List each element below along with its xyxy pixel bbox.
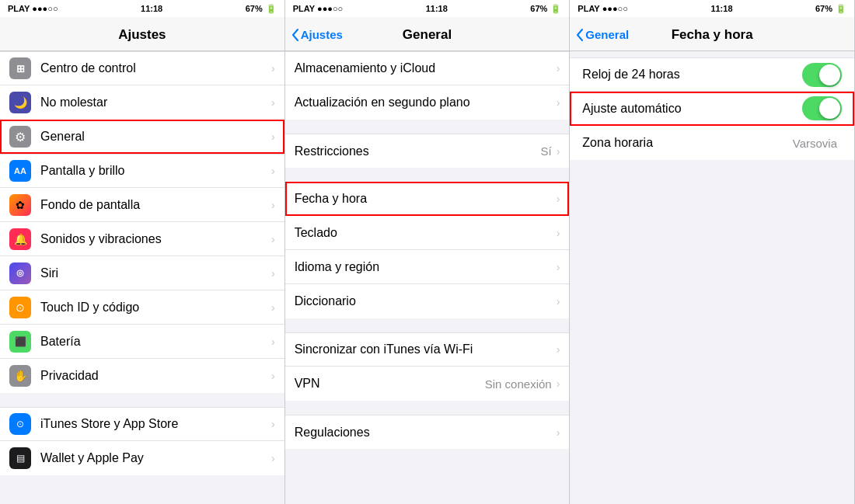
list-item-actualizacion[interactable]: Actualización en segundo plano › <box>285 85 570 120</box>
chevron-teclado: › <box>557 227 560 239</box>
chevron-idioma: › <box>557 261 560 273</box>
label-diccionario: Diccionario <box>295 294 557 308</box>
nav-title-general: General <box>403 27 452 43</box>
battery-pct-3: 67% <box>815 4 832 13</box>
row-reloj24[interactable]: Reloj de 24 horas <box>570 57 854 92</box>
row-ajuste-automatico[interactable]: Ajuste automático <box>570 92 854 126</box>
carrier-1: PLAY <box>8 4 30 13</box>
battery-icon-3: 🔋 <box>836 4 846 14</box>
list-item-no-molestar[interactable]: 🌙 No molestar › <box>0 85 284 120</box>
section-general-5: Regulaciones › <box>285 415 570 449</box>
section-group-top: ⊞ Centro de control › 🌙 No molestar › <box>0 51 284 120</box>
label-idioma: Idioma y región <box>295 260 557 274</box>
label-teclado: Teclado <box>295 226 557 240</box>
nav-title-1: Ajustes <box>118 27 166 43</box>
list-item-diccionario[interactable]: Diccionario › <box>285 284 570 318</box>
nav-bar-3: General Fecha y hora <box>570 17 854 51</box>
chevron-actualizacion: › <box>557 96 560 109</box>
list-item-general[interactable]: ⚙ General › <box>0 120 284 154</box>
battery-pct-1: 67% <box>246 4 263 13</box>
nav-back-general[interactable]: Ajustes <box>291 28 343 41</box>
list-item-sincronizar[interactable]: Sincronizar con iTunes vía Wi-Fi › <box>285 332 570 367</box>
list-item-fecha-hora[interactable]: Fecha y hora › <box>285 182 570 216</box>
section-group-display: AA Pantalla y brillo › ✿ Fondo de pantal… <box>0 154 284 393</box>
section-general-2: Restricciones Sí › <box>285 134 570 168</box>
row-zona-horaria[interactable]: Zona horaria Varsovia <box>570 126 854 160</box>
list-item-restricciones[interactable]: Restricciones Sí › <box>285 134 570 168</box>
list-item-pantalla[interactable]: AA Pantalla y brillo › <box>0 154 284 188</box>
chevron-sincronizar: › <box>557 343 560 356</box>
chevron-wallet: › <box>271 452 275 464</box>
toggle-knob-ajuste <box>819 98 840 119</box>
list-item-teclado[interactable]: Teclado › <box>285 216 570 250</box>
battery-icon-1: 🔋 <box>266 4 277 14</box>
chevron-diccionario: › <box>557 295 560 308</box>
list-item-idioma[interactable]: Idioma y región › <box>285 250 570 284</box>
list-item-sonidos[interactable]: 🔔 Sonidos y vibraciones › <box>0 222 284 256</box>
section-group-general: ⚙ General › <box>0 120 284 154</box>
time-3: 11:18 <box>710 4 732 13</box>
icon-wallet: ▤ <box>9 447 31 469</box>
chevron-centro: › <box>271 62 275 75</box>
status-right-1: 67% 🔋 <box>246 4 277 14</box>
chevron-pantalla: › <box>271 165 275 177</box>
back-chevron-icon <box>291 29 299 41</box>
label-ajuste-automatico: Ajuste automático <box>582 102 802 116</box>
label-wallet: Wallet y Apple Pay <box>40 451 271 465</box>
section-group-stores: ⊙ iTunes Store y App Store › ▤ Wallet y … <box>0 407 284 475</box>
signal-wifi-2: ●●●○○ <box>317 4 343 13</box>
chevron-siri: › <box>271 267 275 280</box>
list-item-regulaciones[interactable]: Regulaciones › <box>285 415 570 449</box>
chevron-vpn: › <box>557 377 560 390</box>
nav-back-fecha[interactable]: General <box>576 28 629 41</box>
icon-centro: ⊞ <box>9 57 31 79</box>
label-actualizacion: Actualización en segundo plano <box>295 96 557 109</box>
list-item-privacidad[interactable]: ✋ Privacidad › <box>0 359 284 393</box>
nav-back-label-fecha: General <box>585 28 629 41</box>
signal-wifi-1: ●●●○○ <box>32 4 58 13</box>
list-item-centro[interactable]: ⊞ Centro de control › <box>0 51 284 85</box>
section-sep-2d <box>285 401 570 415</box>
chevron-regulaciones: › <box>557 426 560 439</box>
settings-list-2: Almacenamiento y iCloud › Actualización … <box>285 51 570 504</box>
toggle-reloj24[interactable] <box>802 63 842 87</box>
toggle-ajuste-automatico[interactable] <box>802 96 842 120</box>
status-right-3: 67% 🔋 <box>815 4 846 14</box>
status-right-2: 67% 🔋 <box>530 4 561 14</box>
list-item-itunes[interactable]: ⊙ iTunes Store y App Store › <box>0 407 284 441</box>
list-item-wallet[interactable]: ▤ Wallet y Apple Pay › <box>0 441 284 475</box>
label-zona-horaria: Zona horaria <box>582 136 792 150</box>
section-general-1: Almacenamiento y iCloud › Actualización … <box>285 51 570 120</box>
time-2: 11:18 <box>426 4 448 13</box>
list-item-siri[interactable]: ◎ Siri › <box>0 256 284 290</box>
settings-list-1: ⊞ Centro de control › 🌙 No molestar › ⚙ … <box>0 51 284 504</box>
list-item-fondo[interactable]: ✿ Fondo de pantalla › <box>0 188 284 222</box>
icon-privacidad: ✋ <box>9 365 31 387</box>
icon-itunes: ⊙ <box>9 413 31 435</box>
list-item-touch-id[interactable]: ⊙ Touch ID y código › <box>0 290 284 325</box>
icon-touch-id: ⊙ <box>9 297 31 318</box>
chevron-almacenamiento: › <box>557 62 560 75</box>
list-item-bateria[interactable]: ⬛ Batería › <box>0 325 284 359</box>
section-fecha-hora: Reloj de 24 horas Ajuste automático Zona… <box>570 57 854 160</box>
status-bar-1: PLAY ●●●○○ 11:18 67% 🔋 <box>0 0 284 17</box>
list-item-almacenamiento[interactable]: Almacenamiento y iCloud › <box>285 51 570 85</box>
panel-fecha-hora: PLAY ●●●○○ 11:18 67% 🔋 General Fecha y h… <box>570 0 855 504</box>
value-zona-horaria: Varsovia <box>793 137 837 150</box>
label-itunes: iTunes Store y App Store <box>40 417 271 431</box>
section-general-3: Fecha y hora › Teclado › Idioma y región… <box>285 182 570 318</box>
label-restricciones: Restricciones <box>295 144 541 158</box>
label-almacenamiento: Almacenamiento y iCloud <box>295 61 557 75</box>
label-siri: Siri <box>40 266 271 280</box>
chevron-general: › <box>271 130 275 143</box>
label-sincronizar: Sincronizar con iTunes vía Wi-Fi <box>295 342 557 356</box>
status-left-1: PLAY ●●●○○ <box>8 4 58 13</box>
chevron-itunes: › <box>271 418 275 430</box>
label-sonidos: Sonidos y vibraciones <box>40 232 271 246</box>
nav-bar-1: Ajustes <box>0 17 284 51</box>
icon-sonidos: 🔔 <box>9 228 31 250</box>
status-bar-3: PLAY ●●●○○ 11:18 67% 🔋 <box>570 0 854 17</box>
label-vpn: VPN <box>295 377 485 391</box>
list-item-vpn[interactable]: VPN Sin conexión › <box>285 367 570 401</box>
panel-general: PLAY ●●●○○ 11:18 67% 🔋 Ajustes General A… <box>285 0 571 504</box>
